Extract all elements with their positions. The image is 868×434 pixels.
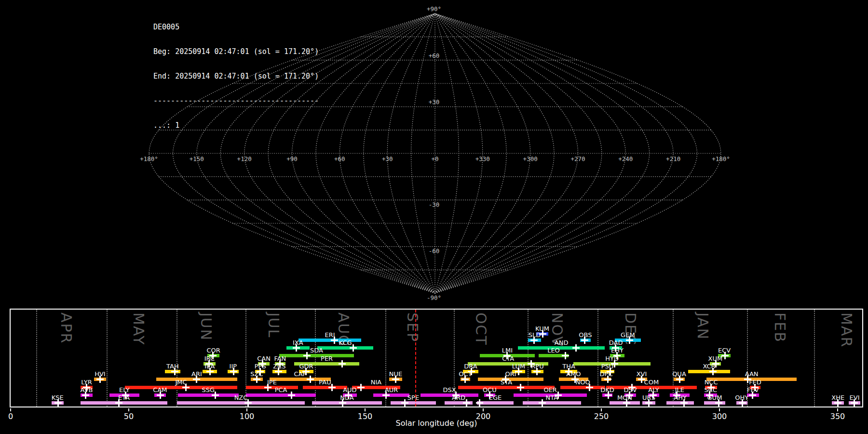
shower-label: AMO [566,371,581,377]
shower-label: QUA [672,371,686,377]
shower-bar [303,386,347,389]
shower-label: AUD [343,387,356,393]
longitude-label: +90 [286,155,298,163]
shower-label: AVB [81,387,93,393]
shower-label: RPU [531,363,543,369]
shower-label: PSU [601,363,614,369]
shower-bar [81,401,167,405]
shower-label: JLE [675,387,684,393]
longitude-label: +210 [666,155,680,163]
shower-bar [312,401,382,405]
shower-label: SLD [529,332,541,338]
shower-label: FEV [747,387,759,393]
longitude-label: +240 [618,155,633,163]
shower-label: ZCS [273,363,285,369]
shower-bar [178,393,239,397]
longitude-label: +0 [431,155,438,163]
shower-label: ETA [118,394,130,401]
month-label: APR [59,312,73,344]
shower-label: ECV [718,347,731,353]
shower-label: XUM [708,355,723,362]
shower-bar [373,393,409,397]
shower-label: GDR [299,363,313,369]
month-label: JUL [266,312,281,339]
shower-bar [458,386,555,389]
longitude-label: +300 [523,155,538,163]
shower-label: AHY [674,394,687,401]
shower-label: XCB [703,363,715,369]
shower-bar [523,401,581,405]
month-boundary-line [176,310,177,407]
x-axis-label: Solar longitude (deg) [10,419,863,428]
x-axis-tick [601,408,602,411]
month-boundary-line [107,310,108,407]
longitude-label: +30 [382,155,393,163]
shower-label: ARI [191,371,202,377]
shower-bar [125,386,237,389]
month-label: JUN [199,312,213,341]
camera-id: DE0005 [153,23,319,31]
shower-label: FAN [274,355,286,362]
x-axis-tick [837,408,838,411]
shower-label: OER [543,387,556,393]
shower-label: NDA [340,394,353,401]
begin-time: Beg: 20250914 02:47:01 (sol = 171.20°) [153,48,319,56]
peak-marker [357,384,365,391]
shower-label: COM [644,379,659,385]
shower-label: EVI [850,394,860,401]
month-boundary-line [36,310,37,407]
shower-label: KSE [52,394,64,401]
longitude-label: +270 [570,155,585,163]
meteor-shower-activity-app: { "header": { "line1": "DE0005", "line2"… [0,0,868,434]
shower-label: URS [642,394,655,401]
shower-label: DRA [464,363,477,369]
shower-label: NCC [705,379,718,385]
shower-label: FED [749,379,761,385]
shower-bar [420,393,478,397]
shower-label: LUM [512,363,525,369]
shower-label: STA [501,379,512,385]
peak-marker [539,399,546,407]
peak-marker [307,376,314,383]
shower-label: SSG [202,387,215,393]
shower-label: ORI [505,371,516,377]
shower-bar [177,401,305,405]
shower-label: IXA [293,339,303,346]
shower-label: OCT [459,371,472,377]
shower-label: HYD [605,355,619,362]
shower-label: IRC [204,355,215,362]
longitude-label: +330 [475,155,490,163]
shower-label: CAP [294,371,307,377]
shower-label: ERI [325,332,335,338]
month-label: SEP [405,312,420,342]
month-label: OCT [474,312,488,346]
shower-label: JPE [267,379,277,385]
longitude-label: +60 [334,155,345,163]
shower-label: KCG [339,339,352,346]
shower-bar [518,346,605,350]
x-axis-tick [719,408,720,411]
shower-bar [246,393,316,397]
shower-label: PCA [275,387,287,393]
latitude-label: -60 [429,247,440,255]
shower-bar [317,346,373,350]
shower-label: SDA [310,347,323,353]
x-axis-tick [10,408,11,411]
header-info-block: DE0005 Beg: 20250914 02:47:01 (sol = 171… [153,7,319,138]
month-boundary-line [245,310,246,407]
end-time: End: 20250914 02:47:01 (sol = 171.20°) [153,72,319,81]
shower-label: NUE [389,371,402,377]
shower-label: IEA [204,363,215,369]
shower-label: HVI [95,371,106,377]
month-label: FEB [773,312,787,343]
shower-label: PER [321,355,333,362]
shower-label: THA [562,363,575,369]
shower-label: DPC [600,371,613,377]
shower-label: DKD [600,387,614,393]
shower-label: DSV [624,387,637,393]
shower-label: OHY [735,394,748,401]
latitude-label: +30 [429,98,440,106]
shower-timeline-chart: APRMAYJUNJULAUGSEPOCTNOVDECJANFEBMARKUME… [10,309,863,407]
current-sol-line [415,310,416,407]
peak-marker [572,344,580,352]
